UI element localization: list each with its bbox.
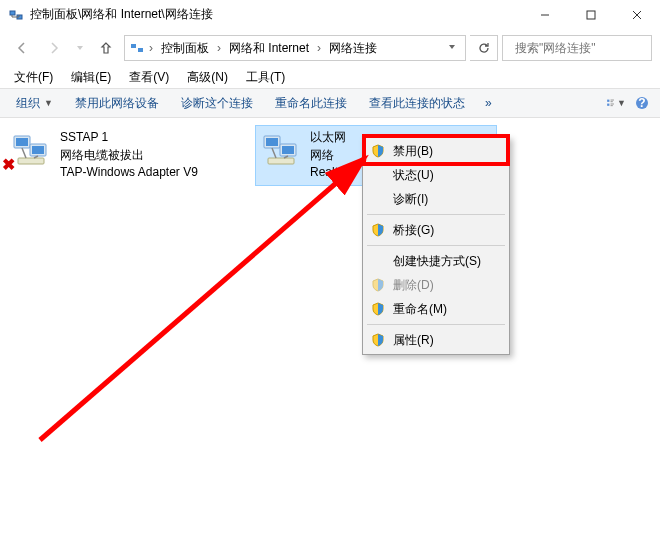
- search-input[interactable]: [515, 41, 660, 55]
- toolbar-status[interactable]: 查看此连接的状态: [361, 92, 473, 115]
- separator: [367, 245, 505, 246]
- svg-rect-26: [282, 146, 294, 154]
- titlebar: 控制面板\网络和 Internet\网络连接: [0, 0, 660, 30]
- menu-file[interactable]: 文件(F): [6, 67, 61, 88]
- crumb-network-connections[interactable]: 网络连接: [325, 38, 381, 59]
- adapter-sstap[interactable]: ✖ SSTAP 1 网络电缆被拔出 TAP-Windows Adapter V9: [6, 126, 246, 185]
- maximize-button[interactable]: [568, 0, 614, 30]
- adapter-icon: [260, 130, 302, 172]
- toolbar: 组织▼ 禁用此网络设备 诊断这个连接 重命名此连接 查看此连接的状态 » ▼ ?: [0, 88, 660, 118]
- chevron-right-icon: ›: [215, 41, 223, 55]
- menu-view[interactable]: 查看(V): [121, 67, 177, 88]
- context-menu: 禁用(B) 状态(U) 诊断(I) 桥接(G) 创建快捷方式(S) 删除(D) …: [362, 136, 510, 355]
- shield-icon: [371, 223, 385, 237]
- toolbar-disable[interactable]: 禁用此网络设备: [67, 92, 167, 115]
- window-controls: [522, 0, 660, 30]
- ctx-rename[interactable]: 重命名(M): [365, 297, 507, 321]
- search-box[interactable]: [502, 35, 652, 61]
- ctx-bridge[interactable]: 桥接(G): [365, 218, 507, 242]
- breadcrumb[interactable]: › 控制面板 › 网络和 Internet › 网络连接: [124, 35, 466, 61]
- chevron-right-icon: ›: [147, 41, 155, 55]
- window-title: 控制面板\网络和 Internet\网络连接: [30, 6, 522, 23]
- forward-button[interactable]: [40, 34, 68, 62]
- location-icon: [129, 40, 145, 56]
- toolbar-more[interactable]: »: [479, 96, 498, 110]
- svg-rect-24: [266, 138, 278, 146]
- ctx-status[interactable]: 状态(U): [365, 163, 507, 187]
- adapter-device: Realte: [310, 165, 346, 181]
- view-options-icon[interactable]: ▼: [606, 93, 626, 113]
- svg-rect-15: [611, 105, 613, 106]
- recent-dropdown[interactable]: [72, 34, 88, 62]
- ctx-properties[interactable]: 属性(R): [365, 328, 507, 352]
- svg-rect-10: [607, 100, 609, 102]
- up-button[interactable]: [92, 34, 120, 62]
- content: ✖ SSTAP 1 网络电缆被拔出 TAP-Windows Adapter V9…: [0, 118, 660, 547]
- toolbar-rename[interactable]: 重命名此连接: [267, 92, 355, 115]
- svg-text:?: ?: [638, 96, 645, 110]
- adapter-device: TAP-Windows Adapter V9: [60, 165, 198, 181]
- menu-advanced[interactable]: 高级(N): [179, 67, 236, 88]
- minimize-button[interactable]: [522, 0, 568, 30]
- shield-icon: [371, 144, 385, 158]
- help-icon[interactable]: ?: [632, 93, 652, 113]
- refresh-button[interactable]: [470, 35, 498, 61]
- toolbar-diagnose[interactable]: 诊断这个连接: [173, 92, 261, 115]
- svg-rect-14: [611, 104, 614, 105]
- ctx-diagnose[interactable]: 诊断(I): [365, 187, 507, 211]
- svg-rect-7: [138, 48, 143, 52]
- adapter-icon: ✖: [10, 130, 52, 172]
- ctx-shortcut[interactable]: 创建快捷方式(S): [365, 249, 507, 273]
- breadcrumb-dropdown[interactable]: [447, 41, 457, 55]
- back-button[interactable]: [8, 34, 36, 62]
- menu-tools[interactable]: 工具(T): [238, 67, 293, 88]
- separator: [367, 214, 505, 215]
- toolbar-organize[interactable]: 组织▼: [8, 92, 61, 115]
- crumb-network-internet[interactable]: 网络和 Internet: [225, 38, 313, 59]
- svg-rect-13: [607, 104, 609, 106]
- svg-rect-21: [32, 146, 44, 154]
- navbar: › 控制面板 › 网络和 Internet › 网络连接: [0, 30, 660, 66]
- adapter-status: 网络电缆被拔出: [60, 148, 198, 164]
- adapter-name: 以太网: [310, 130, 346, 146]
- svg-rect-27: [268, 158, 294, 164]
- disconnected-icon: ✖: [2, 155, 15, 174]
- ctx-delete: 删除(D): [365, 273, 507, 297]
- app-icon: [8, 7, 24, 23]
- separator: [367, 324, 505, 325]
- svg-rect-12: [611, 101, 613, 102]
- ctx-disable[interactable]: 禁用(B): [365, 139, 507, 163]
- svg-rect-19: [16, 138, 28, 146]
- close-button[interactable]: [614, 0, 660, 30]
- menubar: 文件(F) 编辑(E) 查看(V) 高级(N) 工具(T): [0, 66, 660, 88]
- svg-rect-22: [18, 158, 44, 164]
- shield-icon: [371, 278, 385, 292]
- svg-rect-0: [10, 11, 15, 15]
- shield-icon: [371, 302, 385, 316]
- menu-edit[interactable]: 编辑(E): [63, 67, 119, 88]
- svg-rect-3: [587, 11, 595, 19]
- chevron-right-icon: ›: [315, 41, 323, 55]
- svg-rect-11: [611, 100, 614, 101]
- shield-icon: [371, 333, 385, 347]
- svg-rect-6: [131, 44, 136, 48]
- crumb-control-panel[interactable]: 控制面板: [157, 38, 213, 59]
- adapter-status: 网络: [310, 148, 346, 164]
- adapter-name: SSTAP 1: [60, 130, 198, 146]
